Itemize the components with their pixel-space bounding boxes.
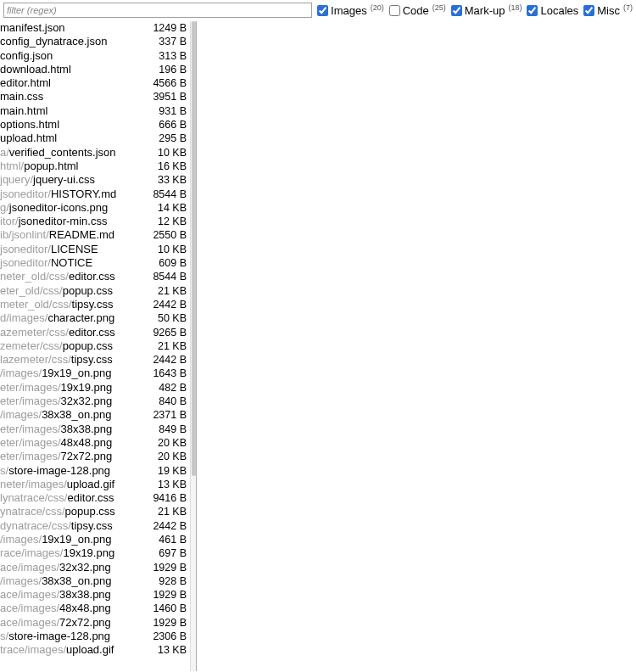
file-row[interactable]: main.html931 B bbox=[0, 104, 190, 118]
file-size: 20 KB bbox=[158, 450, 190, 463]
file-size: 13 KB bbox=[158, 478, 190, 491]
file-row[interactable]: ace/images/32x32.png1929 B bbox=[0, 561, 190, 574]
file-path: ib/jsonlint/ bbox=[0, 228, 49, 242]
file-row[interactable]: eter/images/32x32.png840 B bbox=[0, 395, 190, 408]
file-size: 3951 B bbox=[153, 90, 190, 104]
file-name: HISTORY.md bbox=[51, 188, 116, 201]
filter-code-count: (25) bbox=[432, 3, 446, 12]
file-row[interactable]: neter_old/css/editor.css8544 B bbox=[0, 270, 190, 283]
file-path: d/images/ bbox=[0, 311, 47, 325]
file-name: LICENSE bbox=[51, 243, 98, 256]
file-path: trace/images/ bbox=[0, 643, 66, 657]
file-path: lynatrace/css/ bbox=[0, 491, 67, 505]
file-row[interactable]: trace/images/upload.gif13 KB bbox=[0, 643, 190, 657]
file-row[interactable]: config_dynatrace.json337 B bbox=[0, 35, 190, 48]
file-row[interactable]: azemeter/css/editor.css9265 B bbox=[0, 326, 190, 339]
file-row[interactable]: eter/images/48x48.png20 KB bbox=[0, 436, 190, 450]
file-row[interactable]: jsoneditor/HISTORY.md8544 B bbox=[0, 188, 190, 201]
filter-markup-checkbox[interactable] bbox=[451, 5, 462, 16]
filter-locales[interactable]: Locales bbox=[527, 4, 578, 17]
file-row[interactable]: /images/19x19_on.png461 B bbox=[0, 533, 190, 546]
file-row[interactable]: download.html196 B bbox=[0, 63, 190, 76]
file-row[interactable]: main.css3951 B bbox=[0, 90, 190, 104]
file-row[interactable]: s/store-image-128.png2306 B bbox=[0, 630, 190, 643]
scrollbar-thumb[interactable] bbox=[192, 21, 196, 476]
file-size: 2442 B bbox=[153, 519, 190, 533]
file-row[interactable]: ace/images/38x38.png1929 B bbox=[0, 588, 190, 602]
file-row[interactable]: itor/jsoneditor-min.css12 KB bbox=[0, 215, 190, 228]
file-row[interactable]: a/verified_contents.json10 KB bbox=[0, 146, 190, 160]
file-row[interactable]: options.html666 B bbox=[0, 118, 190, 132]
file-row[interactable]: jquery/jquery-ui.css33 KB bbox=[0, 173, 190, 187]
file-name: 48x48.png bbox=[59, 602, 111, 615]
file-row[interactable]: jsoneditor/NOTICE609 B bbox=[0, 256, 190, 270]
file-row[interactable]: lynatrace/css/editor.css9416 B bbox=[0, 491, 190, 505]
file-row[interactable]: eter/images/38x38.png849 B bbox=[0, 423, 190, 436]
file-row[interactable]: neter/images/upload.gif13 KB bbox=[0, 478, 190, 491]
file-name: 38x38.png bbox=[59, 588, 111, 602]
filter-misc-checkbox[interactable] bbox=[583, 5, 594, 16]
file-row[interactable]: ace/images/72x72.png1929 B bbox=[0, 616, 190, 630]
filter-locales-checkbox[interactable] bbox=[527, 5, 538, 16]
filter-markup-label: Mark-up bbox=[465, 4, 505, 17]
file-name: jsoneditor-icons.png bbox=[9, 201, 108, 215]
file-size: 21 KB bbox=[158, 339, 190, 353]
file-size: 16 KB bbox=[158, 160, 190, 173]
filter-markup[interactable]: Mark-up(18) bbox=[451, 4, 522, 17]
scrollbar-track[interactable] bbox=[190, 21, 196, 671]
filter-images-checkbox[interactable] bbox=[317, 5, 328, 16]
filter-markup-count: (18) bbox=[508, 3, 522, 12]
file-size: 13 KB bbox=[158, 643, 190, 657]
file-list-pane: manifest.json1249 Bconfig_dynatrace.json… bbox=[0, 21, 197, 671]
file-path: meter_old/css/ bbox=[0, 298, 72, 311]
file-path: ace/images/ bbox=[0, 616, 59, 630]
file-row[interactable]: race/images/19x19.png697 B bbox=[0, 546, 190, 560]
file-row[interactable]: config.json313 B bbox=[0, 49, 190, 63]
file-name: README.md bbox=[49, 228, 114, 242]
filter-input[interactable] bbox=[3, 3, 312, 18]
filter-code-checkbox[interactable] bbox=[389, 5, 400, 16]
file-path: jsoneditor/ bbox=[0, 256, 51, 270]
file-row[interactable]: ace/images/48x48.png1460 B bbox=[0, 602, 190, 615]
file-row[interactable]: d/images/character.png50 KB bbox=[0, 311, 190, 325]
file-row[interactable]: lazemeter/css/tipsy.css2442 B bbox=[0, 353, 190, 367]
file-row[interactable]: meter_old/css/tipsy.css2442 B bbox=[0, 298, 190, 311]
filter-misc[interactable]: Misc(7) bbox=[583, 4, 633, 17]
file-size: 1929 B bbox=[153, 588, 190, 602]
file-size: 840 B bbox=[159, 395, 190, 408]
file-row[interactable]: eter/images/19x19.png482 B bbox=[0, 381, 190, 395]
file-row[interactable]: html/popup.html16 KB bbox=[0, 160, 190, 173]
file-name: jsoneditor-min.css bbox=[19, 215, 108, 228]
file-path: /images/ bbox=[0, 367, 42, 380]
file-row[interactable]: dynatrace/css/tipsy.css2442 B bbox=[0, 519, 190, 533]
file-size: 8544 B bbox=[153, 188, 190, 201]
file-row[interactable]: eter_old/css/popup.css21 KB bbox=[0, 284, 190, 298]
file-row[interactable]: zemeter/css/popup.css21 KB bbox=[0, 339, 190, 353]
file-row[interactable]: g/jsoneditor-icons.png14 KB bbox=[0, 201, 190, 215]
file-row[interactable]: editor.html4566 B bbox=[0, 76, 190, 90]
filter-locales-label: Locales bbox=[540, 4, 578, 17]
file-row[interactable]: eter/images/72x72.png20 KB bbox=[0, 450, 190, 463]
file-size: 666 B bbox=[159, 118, 190, 132]
file-row[interactable]: jsoneditor/LICENSE10 KB bbox=[0, 243, 190, 256]
file-row[interactable]: /images/19x19_on.png1643 B bbox=[0, 367, 190, 380]
file-path: neter/images/ bbox=[0, 478, 67, 491]
file-path: s/ bbox=[0, 464, 8, 478]
file-name: upload.gif bbox=[67, 478, 114, 491]
file-row[interactable]: /images/38x38_on.png928 B bbox=[0, 574, 190, 588]
filter-code[interactable]: Code(25) bbox=[389, 4, 446, 17]
file-size: 2442 B bbox=[153, 298, 190, 311]
file-row[interactable]: ynatrace/css/popup.css21 KB bbox=[0, 505, 190, 518]
file-name: editor.css bbox=[69, 326, 115, 339]
file-row[interactable]: /images/38x38_on.png2371 B bbox=[0, 408, 190, 422]
file-path: ace/images/ bbox=[0, 561, 59, 574]
file-row[interactable]: s/store-image-128.png19 KB bbox=[0, 464, 190, 478]
file-row[interactable]: ib/jsonlint/README.md2550 B bbox=[0, 228, 190, 242]
file-size: 10 KB bbox=[158, 243, 190, 256]
file-path: dynatrace/css/ bbox=[0, 519, 71, 533]
file-row[interactable]: upload.html295 B bbox=[0, 132, 190, 145]
file-path: eter/images/ bbox=[0, 423, 61, 436]
file-row[interactable]: manifest.json1249 B bbox=[0, 21, 190, 35]
file-path: s/ bbox=[0, 630, 8, 643]
filter-images[interactable]: Images(20) bbox=[317, 4, 384, 17]
